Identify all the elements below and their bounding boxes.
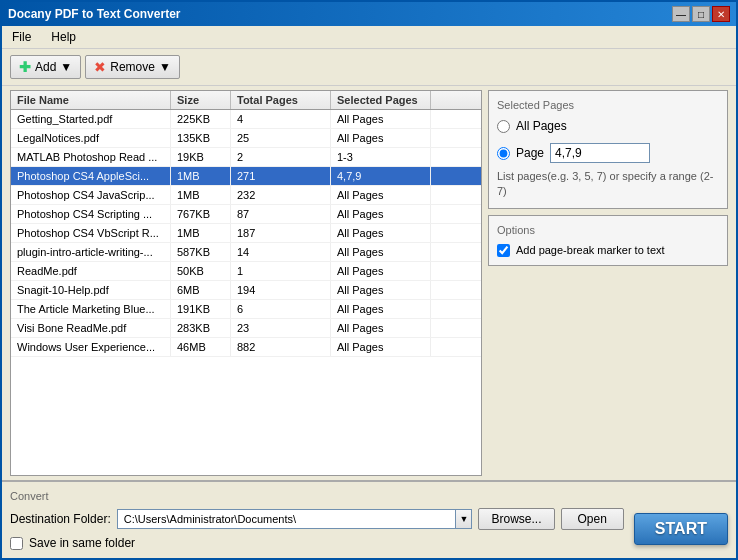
cell-selectedpages: 4,7,9 — [331, 167, 431, 185]
table-header: File Name Size Total Pages Selected Page… — [11, 91, 481, 110]
table-row[interactable]: Getting_Started.pdf 225KB 4 All Pages — [11, 110, 481, 129]
cell-filename: The Article Marketing Blue... — [11, 300, 171, 318]
table-row[interactable]: Photoshop CS4 AppleSci... 1MB 271 4,7,9 — [11, 167, 481, 186]
add-pagebreak-checkbox[interactable] — [497, 244, 510, 257]
title-bar: Docany PDF to Text Converter — □ ✕ — [2, 2, 736, 26]
cell-filename: plugin-intro-article-writing-... — [11, 243, 171, 261]
toolbar: ✚ Add ▼ ✖ Remove ▼ — [2, 49, 736, 86]
add-label: Add — [35, 60, 56, 74]
close-button[interactable]: ✕ — [712, 6, 730, 22]
save-same-folder-row: Save in same folder — [10, 536, 624, 550]
start-button[interactable]: START — [634, 513, 728, 545]
cell-totalpages: 23 — [231, 319, 331, 337]
menu-file[interactable]: File — [6, 28, 37, 46]
file-panel: File Name Size Total Pages Selected Page… — [10, 90, 482, 476]
cell-size: 1MB — [171, 167, 231, 185]
cell-filename: Visi Bone ReadMe.pdf — [11, 319, 171, 337]
cell-filename: Photoshop CS4 JavaScrip... — [11, 186, 171, 204]
cell-filename: ReadMe.pdf — [11, 262, 171, 280]
cell-size: 767KB — [171, 205, 231, 223]
table-row[interactable]: Photoshop CS4 Scripting ... 767KB 87 All… — [11, 205, 481, 224]
cell-filename: Getting_Started.pdf — [11, 110, 171, 128]
cell-selectedpages: 1-3 — [331, 148, 431, 166]
cell-filename: Photoshop CS4 VbScript R... — [11, 224, 171, 242]
cell-filename: MATLAB Photoshop Read ... — [11, 148, 171, 166]
cell-size: 46MB — [171, 338, 231, 356]
cell-selectedpages: All Pages — [331, 338, 431, 356]
all-pages-row: All Pages — [497, 119, 719, 133]
cell-size: 6MB — [171, 281, 231, 299]
remove-icon: ✖ — [94, 59, 106, 75]
cell-totalpages: 87 — [231, 205, 331, 223]
table-row[interactable]: Photoshop CS4 JavaScrip... 1MB 232 All P… — [11, 186, 481, 205]
cell-size: 1MB — [171, 224, 231, 242]
remove-label: Remove — [110, 60, 155, 74]
table-row[interactable]: Photoshop CS4 VbScript R... 1MB 187 All … — [11, 224, 481, 243]
cell-size: 50KB — [171, 262, 231, 280]
page-radio[interactable] — [497, 147, 510, 160]
cell-selectedpages: All Pages — [331, 205, 431, 223]
table-row[interactable]: The Article Marketing Blue... 191KB 6 Al… — [11, 300, 481, 319]
page-input[interactable] — [550, 143, 650, 163]
cell-totalpages: 194 — [231, 281, 331, 299]
table-row[interactable]: Snagit-10-Help.pdf 6MB 194 All Pages — [11, 281, 481, 300]
table-row[interactable]: Windows User Experience... 46MB 882 All … — [11, 338, 481, 357]
table-row[interactable]: MATLAB Photoshop Read ... 19KB 2 1-3 — [11, 148, 481, 167]
cell-size: 283KB — [171, 319, 231, 337]
cell-selectedpages: All Pages — [331, 243, 431, 261]
page-hint: List pages(e.g. 3, 5, 7) or specify a ra… — [497, 169, 719, 200]
add-dropdown-icon[interactable]: ▼ — [60, 60, 72, 74]
add-icon: ✚ — [19, 59, 31, 75]
convert-title: Convert — [10, 490, 728, 502]
col-header-selectedpages: Selected Pages — [331, 91, 431, 109]
destination-input[interactable] — [118, 510, 456, 528]
options-panel: Options Add page-break marker to text — [488, 215, 728, 266]
cell-filename: Snagit-10-Help.pdf — [11, 281, 171, 299]
save-same-folder-label[interactable]: Save in same folder — [29, 536, 135, 550]
table-row[interactable]: LegalNotices.pdf 135KB 25 All Pages — [11, 129, 481, 148]
table-row[interactable]: ReadMe.pdf 50KB 1 All Pages — [11, 262, 481, 281]
right-panel: Selected Pages All Pages Page List pages… — [488, 90, 728, 476]
cell-filename: Photoshop CS4 AppleSci... — [11, 167, 171, 185]
destination-dropdown-icon[interactable]: ▼ — [455, 510, 471, 528]
cell-totalpages: 271 — [231, 167, 331, 185]
cell-totalpages: 882 — [231, 338, 331, 356]
remove-dropdown-icon[interactable]: ▼ — [159, 60, 171, 74]
col-header-size: Size — [171, 91, 231, 109]
cell-totalpages: 1 — [231, 262, 331, 280]
menu-help[interactable]: Help — [45, 28, 82, 46]
menu-bar: File Help — [2, 26, 736, 49]
main-window: Docany PDF to Text Converter — □ ✕ File … — [0, 0, 738, 560]
cell-selectedpages: All Pages — [331, 129, 431, 147]
add-button[interactable]: ✚ Add ▼ — [10, 55, 81, 79]
add-pagebreak-label[interactable]: Add page-break marker to text — [516, 244, 665, 256]
col-header-filename: File Name — [11, 91, 171, 109]
table-body: Getting_Started.pdf 225KB 4 All Pages Le… — [11, 110, 481, 475]
cell-filename: Windows User Experience... — [11, 338, 171, 356]
remove-button[interactable]: ✖ Remove ▼ — [85, 55, 180, 79]
destination-row: Destination Folder: ▼ Browse... Open — [10, 508, 624, 530]
cell-selectedpages: All Pages — [331, 281, 431, 299]
selected-pages-title: Selected Pages — [497, 99, 719, 111]
all-pages-radio[interactable] — [497, 120, 510, 133]
cell-selectedpages: All Pages — [331, 300, 431, 318]
cell-filename: Photoshop CS4 Scripting ... — [11, 205, 171, 223]
save-same-folder-checkbox[interactable] — [10, 537, 23, 550]
page-selection-group: All Pages Page — [497, 119, 719, 163]
page-label[interactable]: Page — [516, 146, 544, 160]
convert-left: Destination Folder: ▼ Browse... Open Sav… — [10, 508, 624, 550]
browse-button[interactable]: Browse... — [478, 508, 554, 530]
maximize-button[interactable]: □ — [692, 6, 710, 22]
minimize-button[interactable]: — — [672, 6, 690, 22]
cell-totalpages: 2 — [231, 148, 331, 166]
destination-input-container: ▼ — [117, 509, 473, 529]
all-pages-label[interactable]: All Pages — [516, 119, 567, 133]
open-button[interactable]: Open — [561, 508, 624, 530]
convert-section: Convert Destination Folder: ▼ Browse... … — [2, 480, 736, 558]
cell-totalpages: 232 — [231, 186, 331, 204]
window-controls: — □ ✕ — [672, 6, 730, 22]
table-row[interactable]: Visi Bone ReadMe.pdf 283KB 23 All Pages — [11, 319, 481, 338]
convert-controls: Destination Folder: ▼ Browse... Open Sav… — [10, 508, 728, 550]
cell-size: 587KB — [171, 243, 231, 261]
table-row[interactable]: plugin-intro-article-writing-... 587KB 1… — [11, 243, 481, 262]
